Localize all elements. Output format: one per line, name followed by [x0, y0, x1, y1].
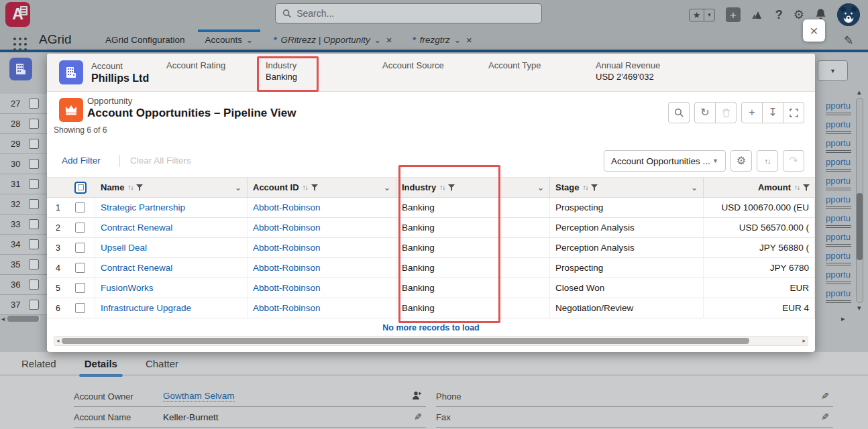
- row-checkbox[interactable]: [29, 300, 39, 310]
- opportunity-name-link[interactable]: Contract Renewal: [101, 223, 172, 233]
- edit-pencil-icon[interactable]: ✎: [821, 412, 829, 422]
- opportunity-link[interactable]: pportu: [826, 288, 851, 298]
- tab-chatter[interactable]: Chatter: [142, 357, 182, 371]
- opportunity-name-link[interactable]: Contract Renewal: [101, 263, 172, 273]
- background-dropdown-button[interactable]: ▼: [818, 60, 848, 81]
- favorites-dropdown-icon[interactable]: ▾: [704, 9, 714, 21]
- account-id-link[interactable]: Abbott-Robinson: [253, 283, 321, 293]
- scroll-up-icon[interactable]: ▴: [857, 88, 861, 96]
- close-tab-icon[interactable]: ×: [466, 34, 472, 46]
- account-id-link[interactable]: Abbott-Robinson: [253, 243, 321, 253]
- global-add-button[interactable]: +: [726, 7, 741, 22]
- global-search-input[interactable]: [296, 8, 535, 19]
- nav-tab-frezgtrz[interactable]: *frezgtrz⌄×: [405, 29, 480, 50]
- grid-hscrollbar-thumb[interactable]: [62, 338, 750, 344]
- close-modal-button[interactable]: ×: [803, 19, 825, 42]
- clear-all-filters-link[interactable]: Clear All Filters: [130, 156, 191, 166]
- row-checkbox[interactable]: [75, 303, 85, 313]
- global-search[interactable]: [275, 3, 542, 23]
- opportunity-link[interactable]: pportu: [826, 251, 851, 261]
- opportunity-link[interactable]: pportu: [826, 213, 851, 223]
- account-id-link[interactable]: Abbott-Robinson: [253, 223, 321, 233]
- row-checkbox[interactable]: [75, 283, 85, 293]
- column-menu-icon[interactable]: ⌄: [384, 183, 390, 192]
- row-checkbox[interactable]: [29, 280, 39, 290]
- expand-button[interactable]: [783, 102, 804, 123]
- opportunity-link[interactable]: pportu: [826, 269, 851, 280]
- account-id-link[interactable]: Abbott-Robinson: [253, 263, 321, 273]
- opportunity-link[interactable]: pportu: [826, 176, 851, 186]
- nav-tab-accounts[interactable]: Accounts⌄: [198, 29, 261, 50]
- tab-related[interactable]: Related: [17, 357, 60, 371]
- row-checkbox[interactable]: [29, 159, 39, 169]
- row-checkbox[interactable]: [29, 179, 39, 189]
- help-icon[interactable]: ?: [775, 9, 783, 21]
- grid-hscrollbar[interactable]: ◂ ▸: [54, 336, 808, 346]
- row-checkbox[interactable]: [29, 219, 39, 229]
- nav-tab-gritrezz-opportunity[interactable]: *GRitrezz | Opportunity⌄×: [266, 29, 399, 50]
- opportunity-link[interactable]: pportu: [826, 157, 851, 167]
- no-more-records-message[interactable]: No more records to load: [47, 323, 815, 332]
- column-header-amount[interactable]: Amount↑↓: [704, 178, 815, 197]
- nav-tab-agrid-configuration[interactable]: AGrid Configuration: [98, 29, 193, 50]
- app-launcher-icon[interactable]: [12, 36, 30, 53]
- chevron-down-icon[interactable]: ⌄: [374, 36, 381, 45]
- opportunity-name-link[interactable]: Infrastructure Upgrade: [101, 303, 191, 313]
- refresh-button[interactable]: ↻: [694, 102, 716, 123]
- column-header-stage[interactable]: Stage↑↓⌄: [550, 178, 704, 197]
- add-button[interactable]: +: [741, 102, 763, 123]
- opportunity-link[interactable]: pportu: [826, 194, 851, 204]
- close-tab-icon[interactable]: ×: [386, 34, 392, 46]
- scroll-right-icon[interactable]: ▸: [800, 338, 808, 344]
- column-menu-icon[interactable]: ⌄: [235, 183, 241, 192]
- column-header-account-id[interactable]: Account ID↑↓⌄: [248, 178, 396, 197]
- account-id-link[interactable]: Abbott-Robinson: [253, 303, 321, 313]
- row-checkbox[interactable]: [29, 139, 39, 149]
- row-checkbox[interactable]: [75, 263, 85, 273]
- row-checkbox[interactable]: [29, 239, 39, 249]
- row-checkbox[interactable]: [29, 119, 39, 129]
- opportunity-link[interactable]: pportu: [826, 232, 851, 242]
- row-checkbox[interactable]: [29, 199, 39, 209]
- tab-details[interactable]: Details: [80, 357, 121, 371]
- opportunity-link[interactable]: pportu: [826, 101, 851, 111]
- field-action[interactable]: ✎: [414, 412, 426, 422]
- trailhead-icon[interactable]: [751, 9, 765, 21]
- opportunity-link[interactable]: pportu: [826, 138, 851, 148]
- row-checkbox[interactable]: [75, 223, 85, 233]
- scroll-left-icon[interactable]: ◂: [1, 315, 5, 322]
- edit-pencil-icon[interactable]: ✎: [414, 412, 422, 422]
- user-avatar[interactable]: [837, 3, 860, 26]
- setup-gear-icon[interactable]: ⚙: [794, 9, 804, 21]
- field-value[interactable]: Gowtham Selvam: [163, 391, 235, 402]
- gear-button[interactable]: ⚙: [730, 150, 752, 172]
- background-hscrollbar-left[interactable]: ◂: [1, 315, 40, 322]
- row-checkbox[interactable]: [29, 259, 39, 269]
- search-button[interactable]: [668, 102, 690, 123]
- account-id-link[interactable]: Abbott-Robinson: [253, 202, 321, 212]
- column-menu-icon[interactable]: ⌄: [537, 183, 544, 192]
- field-action[interactable]: ✎: [821, 412, 833, 422]
- opportunity-name-link[interactable]: Strategic Partnership: [101, 202, 185, 212]
- favorites-button[interactable]: ★▾: [689, 9, 715, 21]
- opportunity-name-link[interactable]: Upsell Deal: [101, 243, 147, 253]
- opportunity-name-link[interactable]: FusionWorks: [101, 283, 154, 293]
- chevron-down-icon[interactable]: ⌄: [454, 36, 461, 45]
- row-checkbox[interactable]: [75, 202, 85, 212]
- row-checkbox[interactable]: [75, 243, 85, 253]
- scroll-down-icon[interactable]: ▾: [857, 304, 861, 312]
- field-action[interactable]: ✎: [821, 391, 833, 402]
- row-checkbox[interactable]: [29, 99, 39, 109]
- opportunity-link[interactable]: pportu: [826, 119, 851, 129]
- select-all-checkbox[interactable]: [74, 182, 87, 194]
- add-filter-link[interactable]: Add Filter: [62, 156, 101, 166]
- change-owner-icon[interactable]: [412, 391, 422, 400]
- background-vscrollbar-thumb[interactable]: [857, 193, 863, 260]
- inline-edit-pencil-icon[interactable]: ✎: [844, 34, 853, 48]
- column-header-name[interactable]: Name↑↓⌄: [95, 178, 248, 197]
- view-selector[interactable]: Account Opportunities ... ▼: [604, 150, 726, 172]
- edit-pencil-icon[interactable]: ✎: [821, 391, 829, 402]
- chevron-down-icon[interactable]: ⌄: [246, 36, 253, 45]
- account-name[interactable]: Phillips Ltd: [91, 72, 149, 84]
- column-menu-icon[interactable]: ⌄: [691, 183, 698, 192]
